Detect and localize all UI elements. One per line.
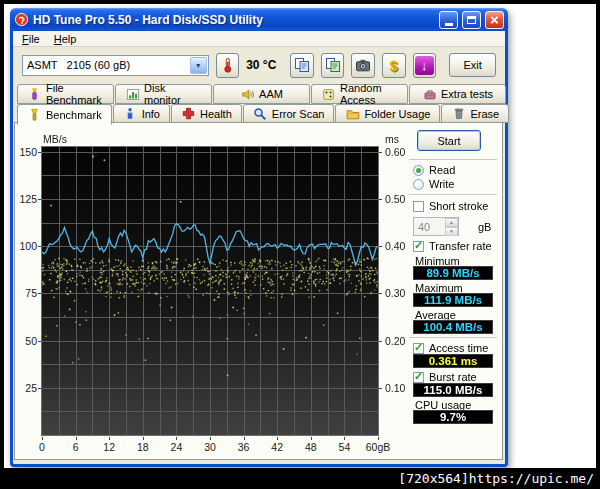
access-time-checkbox[interactable]: Access time: [413, 342, 488, 354]
copy-text-button[interactable]: [321, 53, 345, 78]
read-radio[interactable]: Read: [413, 164, 455, 176]
temperature-button[interactable]: [216, 53, 240, 78]
tab-extra-tests[interactable]: Extra tests: [409, 84, 506, 104]
x-tick-label: 42: [262, 441, 292, 453]
tab-label: Benchmark: [46, 109, 102, 121]
tab-random-access[interactable]: Random Access: [311, 84, 408, 104]
health-cross-icon: [181, 106, 196, 121]
short-stroke-label: Short stroke: [429, 200, 488, 212]
dollar-icon: [390, 57, 398, 74]
chevron-down-icon[interactable]: [190, 57, 207, 74]
tab-disk-monitor[interactable]: Disk monitor: [115, 84, 212, 104]
burst-rate-value: 115.0 MB/s: [413, 383, 493, 397]
burst-rate-label: Burst rate: [429, 371, 477, 383]
y-left-tick-label: 125: [15, 193, 37, 205]
short-stroke-checkbox[interactable]: Short stroke: [413, 200, 488, 212]
buy-button[interactable]: [382, 53, 406, 78]
tab-info[interactable]: Info: [113, 104, 170, 123]
y-left-tick-mark: [38, 246, 41, 247]
drive-select[interactable]: ASMT 2105 (60 gB): [22, 55, 209, 76]
read-radio-label: Read: [429, 164, 455, 176]
x-tick-mark: [176, 437, 177, 440]
titlebar[interactable]: HD Tune Pro 5.50 - Hard Disk/SSD Utility: [10, 8, 508, 31]
y-left-tick-mark: [38, 388, 41, 389]
tab-file-benchmark[interactable]: File Benchmark: [17, 84, 114, 104]
stepper-arrows[interactable]: ▲▼: [445, 218, 458, 235]
info-icon: [123, 106, 138, 121]
y-left-tick-label: 150: [15, 146, 37, 158]
y-left-tick-mark: [38, 152, 41, 153]
x-tick-label: 30: [195, 441, 225, 453]
start-button[interactable]: Start: [417, 130, 481, 151]
y-left-tick-label: 25: [15, 382, 37, 394]
tab-folder-usage[interactable]: Folder Usage: [335, 104, 440, 123]
y-right-tick-mark: [379, 341, 382, 342]
transfer-rate-checkbox[interactable]: Transfer rate: [413, 240, 492, 252]
copy-screenshot-icon: [294, 57, 310, 73]
tab-strip-top: File Benchmark Disk monitor AAM Random A…: [17, 84, 506, 104]
update-button[interactable]: [413, 53, 437, 78]
y-left-tick-mark: [38, 199, 41, 200]
tab-label: Health: [200, 108, 232, 120]
toolbox-icon: [422, 87, 437, 102]
y-left-tick-label: 50: [15, 335, 37, 347]
y-right-tick-mark: [379, 152, 382, 153]
app-window: HD Tune Pro 5.50 - Hard Disk/SSD Utility…: [10, 8, 508, 467]
stepper-up-icon: ▲: [445, 218, 458, 227]
x-tick-label: 54: [329, 441, 359, 453]
menu-help[interactable]: Help: [47, 32, 84, 46]
radio-icon: [413, 179, 424, 190]
window-title: HD Tune Pro 5.50 - Hard Disk/SSD Utility: [33, 13, 435, 27]
speaker-icon: [240, 87, 255, 102]
minimum-value: 89.9 MB/s: [413, 266, 493, 280]
burst-rate-checkbox[interactable]: Burst rate: [413, 371, 477, 383]
temperature-value: 30 °C: [246, 58, 276, 72]
tab-label: AAM: [259, 88, 283, 100]
y-right-tick-mark: [379, 199, 382, 200]
toolbar: ASMT 2105 (60 gB) 30 °C: [13, 48, 505, 82]
capacity-stepper[interactable]: 40 ▲▼: [413, 217, 459, 236]
control-sidebar: Start Read Write Short stroke 4: [409, 123, 501, 459]
write-radio[interactable]: Write: [413, 178, 454, 190]
tab-benchmark[interactable]: Benchmark: [17, 104, 112, 125]
benchmark-panel: 1500.601250.501000.40750.30500.20250.100…: [14, 122, 503, 460]
tab-error-scan[interactable]: Error Scan: [243, 104, 335, 123]
separator: [409, 194, 497, 196]
y-left-tick-label: 100: [15, 240, 37, 252]
x-tick-mark: [76, 437, 77, 440]
tab-aam[interactable]: AAM: [213, 84, 310, 104]
y-left-tick-mark: [38, 293, 41, 294]
tab-label: Info: [142, 108, 160, 120]
write-radio-label: Write: [429, 178, 454, 190]
benchmark-chart: 1500.601250.501000.40750.30500.20250.100…: [15, 123, 415, 459]
copy-screenshot-button[interactable]: [290, 53, 314, 78]
tab-label: Random Access: [340, 82, 398, 106]
x-tick-mark: [42, 437, 43, 440]
transfer-rate-label: Transfer rate: [429, 240, 492, 252]
close-button[interactable]: [485, 11, 504, 29]
stepper-down-icon: ▼: [445, 227, 458, 236]
x-tick-mark: [378, 437, 379, 440]
maximize-button[interactable]: [462, 11, 481, 29]
minimize-button[interactable]: [439, 11, 458, 29]
menu-file[interactable]: File: [15, 32, 47, 46]
tab-health[interactable]: Health: [171, 104, 242, 123]
screenshot-button[interactable]: [351, 53, 375, 78]
y-left-axis-unit: MB/s: [43, 133, 67, 145]
tab-label: Disk monitor: [144, 82, 202, 106]
separator: [409, 159, 497, 161]
y-right-tick-mark: [379, 293, 382, 294]
exit-button[interactable]: Exit: [449, 53, 496, 77]
x-tick-mark: [210, 437, 211, 440]
update-icon: [415, 56, 434, 75]
y-right-tick-label: 0.60: [385, 146, 405, 158]
tab-label: File Benchmark: [46, 82, 104, 106]
x-tick-mark: [109, 437, 110, 440]
copy-text-icon: [325, 57, 341, 73]
y-right-axis-unit: ms: [385, 133, 399, 145]
watermark-bar: [720x564]https://upic.me/: [0, 468, 600, 489]
tab-erase[interactable]: Erase: [441, 104, 509, 123]
tab-label: Erase: [470, 108, 499, 120]
x-tick-mark: [143, 437, 144, 440]
access-time-value: 0.361 ms: [413, 354, 493, 368]
